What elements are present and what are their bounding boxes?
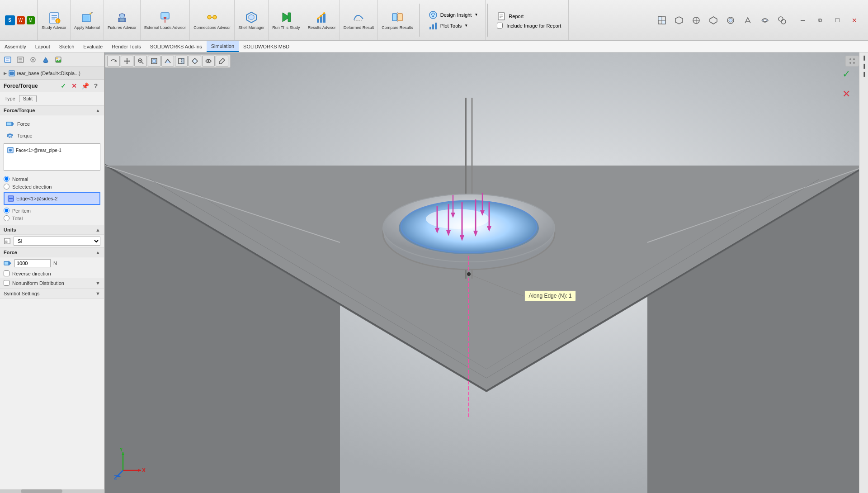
menu-solidworks-mbd[interactable]: SOLIDWORKS MBD [239, 41, 294, 52]
symbol-settings-section[interactable]: Symbol Settings ▼ [0, 289, 104, 299]
menu-solidworks-addins[interactable]: SOLIDWORKS Add-Ins [146, 41, 207, 52]
assembly-icon [9, 70, 15, 76]
per-item-radio[interactable] [4, 208, 9, 213]
apply-material-btn[interactable]: Apply Material [71, 0, 104, 40]
minimize-btn[interactable]: ─ [795, 14, 811, 27]
fixtures-advisor-btn[interactable]: Fixtures Advisor [104, 0, 141, 40]
nonuniform-checkbox[interactable] [4, 280, 9, 286]
svg-point-51 [764, 19, 766, 22]
force-item[interactable]: Force [4, 118, 100, 130]
deformed-result-btn[interactable]: Deformed Result [340, 0, 378, 40]
toolbar-separator-2 [487, 4, 488, 37]
vp-pan-btn[interactable] [121, 56, 133, 66]
vp-section-btn[interactable] [175, 56, 188, 66]
restore-btn[interactable]: ⧉ [812, 14, 828, 27]
force-section-header[interactable]: Force ▲ [0, 247, 104, 257]
results-advisor-btn[interactable]: Results Advisor [304, 0, 340, 40]
vp-snap-btn[interactable] [845, 56, 859, 66]
split-btn[interactable]: Split [19, 95, 37, 102]
menu-layout[interactable]: Layout [31, 41, 55, 52]
vp-display-btn[interactable] [189, 56, 201, 66]
maximize-btn[interactable]: ☐ [829, 14, 845, 27]
panel-appearance-btn[interactable] [40, 54, 52, 66]
vp-view-btn[interactable] [161, 56, 174, 66]
panel-list-btn[interactable] [14, 54, 26, 66]
panel-scrollbar[interactable] [0, 489, 104, 493]
run-study-btn[interactable]: Run This Study [269, 0, 304, 40]
compare-results-btn[interactable]: Compare Results [378, 0, 417, 40]
menu-assembly[interactable]: Assembly [0, 41, 31, 52]
edge-selection-box[interactable]: Edge<1>@sides-2 [4, 192, 100, 205]
run-study-label: Run This Study [272, 25, 300, 30]
plot-tools-btn[interactable]: Plot Tools ▼ [429, 20, 478, 31]
svg-point-28 [323, 12, 325, 14]
units-section-header[interactable]: Units ▲ [0, 225, 104, 235]
connections-advisor-btn[interactable]: Connections Advisor [190, 0, 235, 40]
close-window-btn[interactable]: ✕ [846, 14, 863, 27]
view-btn-6[interactable] [740, 14, 756, 27]
include-image-checkbox[interactable] [497, 23, 503, 28]
menu-sketch[interactable]: Sketch [55, 41, 79, 52]
pin-btn[interactable]: 📌 [80, 81, 90, 90]
reverse-direction-checkbox[interactable] [4, 270, 9, 276]
feature-tree-header: ▶ rear_base (Default<Displa...) [0, 67, 104, 80]
panel-config-btn[interactable] [27, 54, 39, 66]
panel-scrollbar-thumb[interactable] [21, 489, 62, 493]
panel-tree-btn[interactable] [2, 54, 14, 66]
nonuniform-section[interactable]: Nonuniform Distribution ▼ [0, 278, 104, 289]
view-btn-8[interactable] [774, 14, 790, 27]
units-select[interactable]: SI Imperial Metric [14, 237, 100, 246]
torque-item[interactable]: Torque [4, 130, 100, 142]
cancel-btn[interactable]: ✕ [70, 81, 79, 90]
normal-radio[interactable] [4, 176, 9, 182]
panel-scene-btn[interactable] [52, 54, 64, 66]
external-loads-advisor-btn[interactable]: External Loads Advisor [141, 0, 190, 40]
vp-rotate-btn[interactable] [107, 56, 120, 66]
confirm-btn[interactable]: ✓ [59, 81, 68, 90]
report-btn[interactable]: Report [497, 11, 561, 22]
menu-simulation[interactable]: Simulation [207, 41, 239, 52]
viewport-confirm-x[interactable]: ✕ [838, 86, 854, 102]
include-image-btn[interactable]: Include Image for Report [497, 22, 561, 29]
units-icon: SI [4, 237, 11, 245]
svg-marker-77 [9, 261, 11, 266]
view-btn-7[interactable] [757, 14, 773, 27]
feature-tree-text: rear_base (Default<Displa...) [17, 71, 80, 76]
force-input[interactable] [14, 259, 51, 267]
reverse-direction-label: Reverse direction [12, 271, 51, 276]
menu-evaluate[interactable]: Evaluate [79, 41, 107, 52]
view-btn-4[interactable] [705, 14, 722, 27]
coord-axes-svg: X Y Z [114, 448, 146, 479]
svg-point-93 [849, 58, 851, 60]
svg-rect-30 [398, 14, 402, 21]
force-torque-section-header[interactable]: Force/Torque ▲ [0, 105, 104, 115]
vp-fit-btn[interactable] [148, 56, 160, 66]
help-btn[interactable]: ? [91, 81, 100, 90]
view-btn-2[interactable] [671, 14, 687, 27]
external-loads-icon [158, 10, 172, 24]
study-advisor-btn[interactable]: ! Study Advisor [38, 0, 71, 40]
viewport-toolbar [105, 54, 868, 68]
face-selection-box[interactable]: Face<1>@rear_pipe-1 [4, 143, 100, 171]
view-btn-3[interactable] [688, 14, 704, 27]
svg-rect-76 [4, 261, 9, 265]
force-label: Force [17, 121, 30, 127]
vp-edit-appearance-btn[interactable] [216, 56, 228, 66]
panel-title-bar: Force/Torque ✓ ✕ 📌 ? [0, 80, 104, 92]
selected-direction-label: Selected direction [12, 184, 52, 190]
vp-zoom-btn[interactable] [134, 56, 147, 66]
svg-rect-23 [317, 19, 319, 23]
shell-manager-btn[interactable]: Shell Manager [235, 0, 269, 40]
left-panel-content: Force/Torque ✓ ✕ 📌 ? Type Split Force/To… [0, 80, 104, 489]
viewport[interactable]: Along Edge (N): 1 X Y Z ✓ ✕ [105, 52, 868, 493]
total-radio[interactable] [4, 215, 9, 221]
svg-rect-54 [5, 57, 11, 62]
view-btn-5[interactable] [722, 14, 739, 27]
vp-hide-btn[interactable] [202, 56, 215, 66]
svg-point-32 [429, 11, 437, 19]
view-btn-1[interactable] [654, 14, 670, 27]
menu-render-tools[interactable]: Render Tools [107, 41, 146, 52]
viewport-confirm-check[interactable]: ✓ [838, 66, 854, 82]
selected-direction-radio[interactable] [4, 184, 9, 190]
design-insight-btn[interactable]: Design Insight ▼ [429, 9, 478, 20]
